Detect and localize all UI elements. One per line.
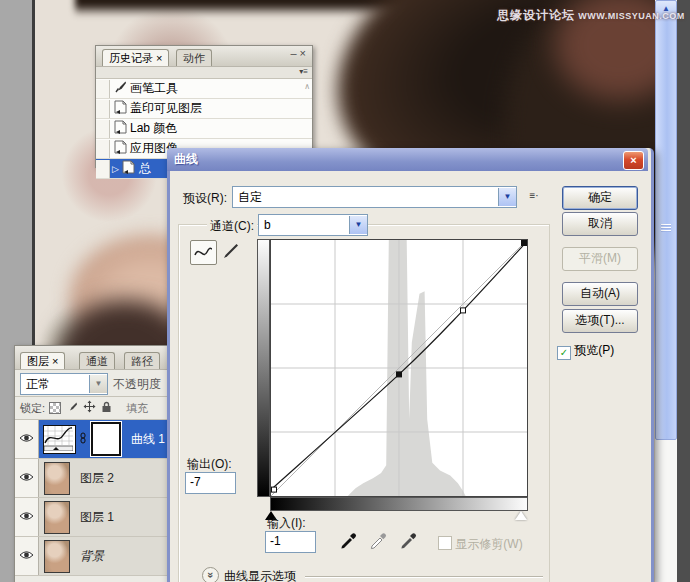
history-item-lab-color[interactable]: Lab 颜色 <box>96 119 312 139</box>
mask-link-icon[interactable] <box>76 432 87 447</box>
visibility-cell[interactable] <box>15 498 39 536</box>
history-menu-strip: ▾≡ <box>96 67 312 79</box>
document-icon <box>110 120 130 137</box>
blend-mode-select[interactable]: 正常 ▼ <box>20 373 108 395</box>
preset-label: 预设(R): <box>183 190 227 207</box>
curve-display-options-label: 曲线显示选项 <box>224 568 296 582</box>
black-point-eyedropper-icon[interactable] <box>338 528 362 550</box>
checkbox-unchecked-icon[interactable] <box>438 536 452 550</box>
layer-name[interactable]: 背景 <box>80 548 104 565</box>
ok-button[interactable]: 确定 <box>562 186 638 210</box>
highlight-input-slider[interactable] <box>515 511 527 520</box>
show-clipping-row[interactable]: 显示修剪(W) <box>438 536 523 553</box>
document-icon <box>119 160 139 177</box>
lock-transparency-icon[interactable] <box>49 402 61 414</box>
layer-mask-thumbnail[interactable] <box>91 422 121 456</box>
channel-label: 通道(C): <box>207 218 257 235</box>
history-item-brush-tool[interactable]: 画笔工具 <box>96 79 312 99</box>
panel-window-buttons[interactable]: –× <box>290 47 309 59</box>
layer-name[interactable]: 图层 1 <box>80 509 114 526</box>
output-input[interactable]: -7 <box>185 472 236 494</box>
history-source-checkbox[interactable] <box>96 100 110 118</box>
close-icon[interactable]: × <box>300 47 309 59</box>
show-clipping-label: 显示修剪(W) <box>455 537 522 551</box>
history-source-checkbox[interactable] <box>96 160 110 178</box>
opacity-label: 不透明度 <box>113 376 161 393</box>
layer-name[interactable]: 图层 2 <box>80 470 114 487</box>
curves-dialog: 曲线 × 预设(R): 自定 ▼ ≡· 确定 取消 平滑(M) 自动(A) 选项… <box>167 148 654 582</box>
input-gradient-bar <box>270 497 528 511</box>
preview-label: 预览(P) <box>574 343 614 357</box>
tab-paths[interactable]: 路径 <box>124 352 160 369</box>
brush-icon <box>110 80 130 97</box>
eye-icon <box>19 471 34 485</box>
lock-paint-icon[interactable] <box>66 401 78 416</box>
curves-adjustment-thumbnail[interactable] <box>43 425 76 454</box>
layers-panel-titlebar[interactable]: 图层 × 通道 路径 <box>15 346 190 370</box>
pencil-tool-button[interactable] <box>220 242 240 262</box>
visibility-cell[interactable] <box>15 537 39 575</box>
history-item-label: 画笔工具 <box>130 80 178 97</box>
lock-all-icon[interactable] <box>101 401 112 416</box>
lock-row: 锁定: 填充 <box>15 397 190 420</box>
input-input[interactable]: -1 <box>265 531 316 553</box>
layer-row-layer1[interactable]: 图层 1 <box>15 498 190 537</box>
tab-layers[interactable]: 图层 × <box>20 352 65 369</box>
history-source-checkbox[interactable] <box>96 80 110 98</box>
scrollbar-thumb[interactable] <box>655 18 677 440</box>
lock-label: 锁定: <box>20 401 45 416</box>
tab-channels[interactable]: 通道 <box>79 352 115 369</box>
checkbox-checked-icon[interactable]: ✓ <box>557 346 571 360</box>
blend-mode-row: 正常 ▼ 不透明度 <box>15 370 190 397</box>
dialog-titlebar[interactable]: 曲线 × <box>167 148 648 171</box>
auto-button[interactable]: 自动(A) <box>562 282 638 306</box>
history-item-stamp-visible[interactable]: 盖印可见图层 <box>96 99 312 119</box>
minimize-icon[interactable]: – <box>290 47 299 59</box>
smooth-button[interactable]: 平滑(M) <box>562 247 638 271</box>
channel-select[interactable]: b ▼ <box>258 214 368 236</box>
layer-row-layer2[interactable]: 图层 2 <box>15 459 190 498</box>
vertical-scrollbar[interactable]: ▲ <box>655 0 677 582</box>
layer-row-background[interactable]: 背景 <box>15 537 190 576</box>
preset-options-icon[interactable]: ≡· <box>524 187 544 205</box>
history-panel-titlebar[interactable]: 历史记录 × 动作 –× <box>96 46 312 67</box>
history-item-label: 盖印可见图层 <box>130 100 202 117</box>
options-button[interactable]: 选项(T)... <box>562 309 638 333</box>
visibility-cell[interactable] <box>15 459 39 497</box>
layer-thumbnail[interactable] <box>44 540 70 573</box>
chevron-down-icon: ▼ <box>498 188 516 206</box>
white-point-eyedropper-icon[interactable] <box>398 528 422 550</box>
channel-value: b <box>259 218 349 232</box>
tab-history[interactable]: 历史记录 × <box>102 49 169 66</box>
panel-menu-icon[interactable]: ▾≡ <box>299 67 308 76</box>
history-item-label: Lab 颜色 <box>130 120 177 137</box>
layer-thumbnail[interactable] <box>44 462 70 495</box>
blend-mode-value: 正常 <box>21 376 89 393</box>
visibility-cell[interactable] <box>15 420 39 458</box>
eye-icon <box>19 432 34 446</box>
layer-name[interactable]: 曲线 1 <box>131 431 165 448</box>
history-source-checkbox[interactable] <box>96 120 110 138</box>
window-edge-strip <box>677 0 690 582</box>
document-icon <box>110 100 130 117</box>
curves-plot[interactable] <box>270 239 528 497</box>
layer-thumbnail[interactable] <box>44 501 70 534</box>
history-source-checkbox[interactable] <box>96 140 110 158</box>
gray-point-eyedropper-icon[interactable] <box>368 528 392 550</box>
scrollbar-grip-icon <box>661 224 671 232</box>
fill-label: 填充 <box>126 401 148 416</box>
preset-select[interactable]: 自定 ▼ <box>232 186 517 208</box>
watermark: 思缘设计论坛 WWW.MISSYUAN.COM <box>497 7 685 24</box>
preview-checkbox-row[interactable]: ✓ 预览(P) <box>557 342 614 360</box>
photoshop-screen: ▲ 思缘设计论坛 WWW.MISSYUAN.COM 历史记录 × 动作 –× ▾… <box>0 0 690 582</box>
curve-display-options-expander[interactable]: » <box>202 567 219 582</box>
layer-row-curves1[interactable]: 曲线 1 <box>15 420 190 459</box>
lock-move-icon[interactable] <box>83 400 96 416</box>
curve-tool-icon <box>191 241 216 264</box>
document-icon <box>110 140 130 157</box>
cancel-button[interactable]: 取消 <box>562 212 638 236</box>
chevron-down-icon: ▼ <box>349 216 367 234</box>
curve-tool-button[interactable] <box>190 240 217 265</box>
close-icon[interactable]: × <box>623 151 644 170</box>
tab-actions[interactable]: 动作 <box>176 49 212 66</box>
